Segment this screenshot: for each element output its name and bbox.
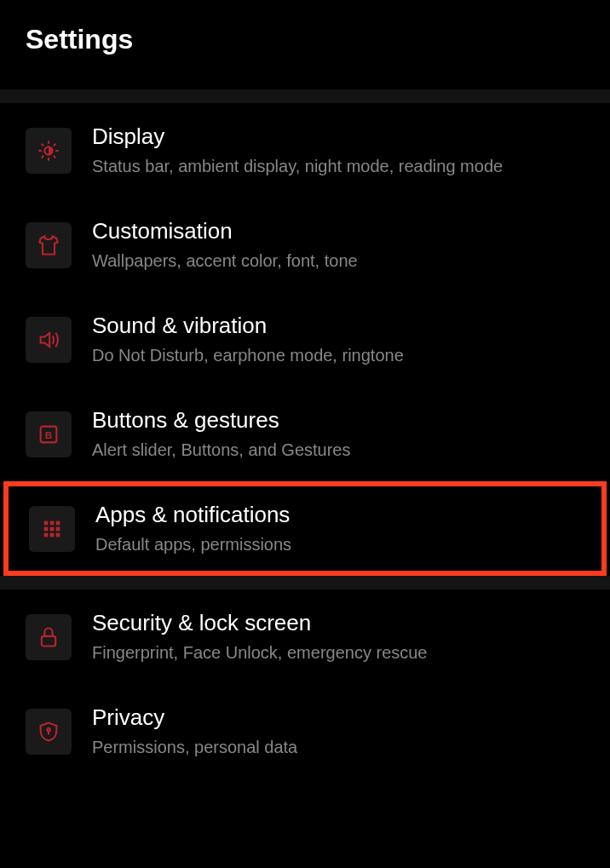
item-title: Privacy: [92, 704, 584, 731]
settings-section-2: Security & lock screen Fingerprint, Face…: [0, 589, 610, 779]
svg-rect-14: [44, 526, 49, 531]
svg-line-8: [54, 143, 55, 145]
svg-rect-11: [44, 520, 49, 525]
svg-line-6: [54, 155, 55, 157]
item-subtitle: Alert slider, Buttons, and Gestures: [92, 439, 584, 461]
svg-rect-13: [56, 520, 60, 525]
svg-rect-19: [56, 532, 60, 537]
svg-rect-16: [56, 526, 60, 531]
display-icon: [26, 128, 72, 174]
item-title: Apps & notifications: [95, 502, 581, 528]
item-title: Security & lock screen: [92, 610, 584, 636]
item-title: Sound & vibration: [92, 313, 584, 339]
item-subtitle: Fingerprint, Face Unlock, emergency resc…: [92, 641, 584, 664]
settings-section-1: Display Status bar, ambient display, nig…: [0, 103, 610, 576]
settings-header: Settings: [0, 0, 610, 89]
item-title: Display: [92, 124, 584, 150]
settings-item-apps[interactable]: Apps & notifications Default apps, permi…: [3, 481, 607, 576]
svg-rect-12: [50, 520, 55, 525]
settings-item-buttons[interactable]: B Buttons & gestures Alert slider, Butto…: [0, 387, 610, 481]
settings-item-sound[interactable]: Sound & vibration Do Not Disturb, earpho…: [0, 292, 610, 387]
settings-item-display[interactable]: Display Status bar, ambient display, nig…: [0, 103, 610, 198]
svg-rect-18: [50, 532, 55, 537]
section-divider: [0, 89, 610, 103]
svg-rect-17: [44, 532, 49, 537]
button-icon: B: [26, 411, 72, 457]
svg-line-5: [42, 143, 43, 145]
shirt-icon: [26, 222, 72, 268]
item-title: Customisation: [92, 218, 584, 244]
shield-icon: [26, 709, 72, 755]
page-title: Settings: [26, 24, 584, 55]
svg-text:B: B: [45, 428, 52, 440]
svg-rect-20: [42, 635, 55, 646]
svg-line-7: [42, 155, 43, 157]
settings-item-customisation[interactable]: Customisation Wallpapers, accent color, …: [0, 198, 610, 292]
apps-grid-icon: [29, 506, 75, 552]
speaker-icon: [26, 317, 72, 363]
item-subtitle: Permissions, personal data: [92, 736, 584, 758]
svg-point-21: [47, 727, 50, 731]
item-subtitle: Wallpapers, accent color, font, tone: [92, 250, 584, 272]
lock-icon: [26, 614, 72, 660]
svg-rect-15: [50, 526, 55, 531]
settings-item-privacy[interactable]: Privacy Permissions, personal data: [0, 684, 610, 779]
item-subtitle: Status bar, ambient display, night mode,…: [92, 155, 584, 177]
item-subtitle: Do Not Disturb, earphone mode, ringtone: [92, 344, 584, 366]
item-subtitle: Default apps, permissions: [95, 533, 581, 555]
settings-item-security[interactable]: Security & lock screen Fingerprint, Face…: [0, 589, 610, 684]
section-divider: [0, 576, 610, 589]
item-title: Buttons & gestures: [92, 407, 584, 434]
